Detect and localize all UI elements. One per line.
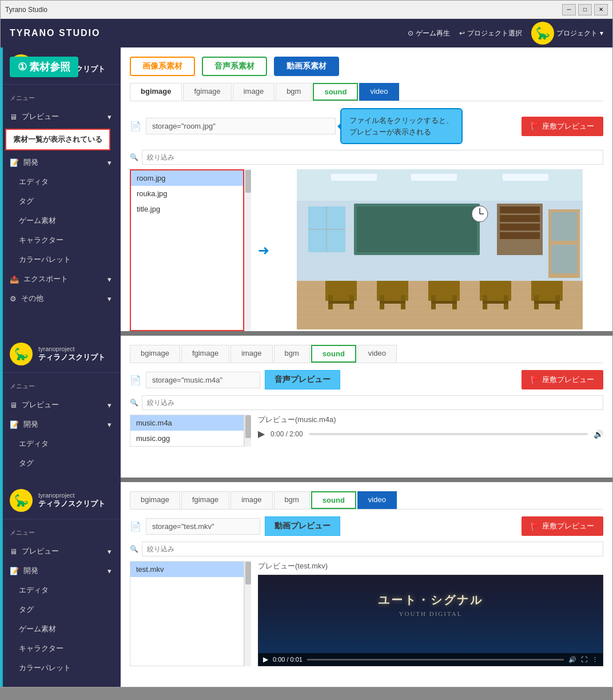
svg-rect-43 [380, 301, 405, 304]
chevron-icon3: ▾ [108, 275, 112, 284]
p3-sub-tab-bgimage[interactable]: bgimage [130, 491, 180, 509]
sidebar3-character[interactable]: キャラクター [1, 639, 121, 658]
chevron-icon: ▾ [108, 113, 112, 121]
project-menu-button[interactable]: 🦕 プロジェクト ▾ [531, 22, 603, 45]
tab-group-audio[interactable]: 音声系素材 [202, 57, 267, 76]
sidebar-item-game-material[interactable]: ゲーム素材 [1, 211, 121, 230]
storage-input-panel2[interactable] [146, 372, 260, 388]
sidebar2-preview[interactable]: 🖥 プレビュー ▾ [1, 395, 121, 415]
sidebar3-dev[interactable]: 📝 開発 ▾ [1, 561, 121, 580]
preview-label: プレビュー [22, 112, 59, 122]
sub-tab-video[interactable]: video [359, 83, 399, 101]
video-fullscreen-button[interactable]: ⛶ [581, 656, 587, 663]
svg-rect-14 [551, 212, 577, 241]
file-item-music-ogg[interactable]: music.ogg [130, 431, 244, 446]
file-list-scrollbar[interactable] [244, 169, 251, 331]
p2-sub-tab-bgm[interactable]: bgm [274, 345, 310, 363]
p3-sub-tab-sound[interactable]: sound [311, 491, 356, 509]
sidebar2-tag[interactable]: タグ [1, 454, 121, 473]
scrollbar-thumb2[interactable] [245, 415, 251, 438]
file-list-scrollbar2[interactable] [244, 415, 251, 447]
sidebar2-dev[interactable]: 📝 開発 ▾ [1, 415, 121, 434]
tab-group-video[interactable]: 動画系素材 [274, 57, 339, 76]
sidebar2-avatar: 🦕 [10, 343, 33, 365]
sidebar-item-dev[interactable]: 📝 開発 ▾ [1, 153, 121, 172]
storage-input-panel3[interactable] [146, 518, 260, 535]
video-preview-label-text: プレビュー(test.mkv) [258, 561, 603, 571]
svg-rect-9 [500, 206, 540, 213]
p2-sub-tab-video[interactable]: video [357, 345, 397, 363]
video-more-button[interactable]: ⋮ [592, 656, 598, 663]
audio-play-button[interactable]: ▶ [258, 428, 265, 439]
chevron-icon2: ▾ [108, 158, 112, 167]
sidebar2-editor[interactable]: エディタ [1, 434, 121, 454]
file-item-music-m4a[interactable]: music.m4a [130, 415, 244, 431]
preview-btn-panel3[interactable]: 🚩 座敷プレビュー [522, 516, 603, 536]
filter-input-panel3[interactable] [142, 542, 603, 556]
storage-row-panel2: 📄 音声プレビュー 🚩 座敷プレビュー [130, 370, 603, 389]
scrollbar-thumb3[interactable] [245, 562, 251, 584]
sidebar3-editor[interactable]: エディタ [1, 580, 121, 600]
step-number: ① [18, 61, 27, 73]
p3-sub-tab-fgimage[interactable]: fgimage [181, 491, 229, 509]
sidebar3-color-palette[interactable]: カラーパレット [1, 658, 121, 678]
p3-sub-tab-bgm[interactable]: bgm [274, 491, 310, 509]
sub-tab-sound[interactable]: sound [313, 83, 358, 101]
sidebar-item-preview[interactable]: 🖥 プレビュー ▾ [1, 107, 121, 126]
p2-sub-tab-fgimage[interactable]: fgimage [181, 345, 229, 363]
sub-tab-bgimage[interactable]: bgimage [130, 83, 182, 101]
filter-input-panel1[interactable] [142, 150, 603, 165]
video-play-button[interactable]: ▶ [263, 655, 268, 663]
p3-sub-tab-video[interactable]: video [357, 491, 397, 509]
panel3-content: bgimage fgimage image bgm sound video 📄 … [121, 482, 612, 687]
sub-tabs-panel3: bgimage fgimage image bgm sound video [130, 491, 603, 510]
minimize-button[interactable]: ─ [562, 4, 576, 15]
svg-rect-3 [411, 174, 457, 181]
video-volume-icon[interactable]: 🔊 [568, 656, 576, 663]
video-player: ユート・シグナル YOUTH DIGITAL ▶ 0:00 / 0:01 🔊 [258, 575, 603, 666]
video-progress-bar[interactable] [307, 659, 564, 661]
preview-btn-panel2[interactable]: 🚩 座敷プレビュー [522, 370, 603, 389]
sidebar-item-other[interactable]: ⚙ その他 ▾ [1, 289, 121, 308]
step-title: 素材参照 [29, 60, 70, 74]
sidebar-item-tag[interactable]: タグ [1, 192, 121, 211]
chevron-icon6: ▾ [108, 420, 112, 429]
dev-icon: 📝 [10, 158, 19, 167]
p2-sub-tab-image[interactable]: image [230, 345, 272, 363]
game-play-button[interactable]: ⊙ ゲーム再生 [408, 29, 450, 38]
file-item-title[interactable]: title.jpg [131, 201, 243, 217]
file-item-room[interactable]: room.jpg [131, 170, 243, 186]
p2-sub-tab-bgimage[interactable]: bgimage [130, 345, 180, 363]
preview-btn-panel1[interactable]: 🚩 座敷プレビュー [522, 117, 603, 136]
sub-tab-image[interactable]: image [233, 83, 274, 101]
maximize-button[interactable]: □ [578, 4, 592, 15]
filter-input-panel2[interactable] [142, 395, 603, 410]
sidebar-item-character[interactable]: キャラクター [1, 230, 121, 250]
sidebar3-game-material[interactable]: ゲーム素材 [1, 619, 121, 639]
p3-sub-tab-image[interactable]: image [230, 491, 272, 509]
svg-rect-45 [483, 301, 508, 304]
sidebar3-tag[interactable]: タグ [1, 600, 121, 619]
file-item-rouka[interactable]: rouka.jpg [131, 186, 243, 201]
sub-tab-fgimage[interactable]: fgimage [183, 83, 231, 101]
file-list-scrollbar3[interactable] [244, 561, 251, 666]
sidebar2: 🦕 tyranoproject ティラノスクリプト メニュー 🖥 プレビュー ▾… [1, 336, 121, 482]
storage-row-panel1: 📄 ファイル名をクリックすると、 プレビューが表示される 🚩 座敷プレビュー [130, 108, 603, 144]
audio-volume-icon[interactable]: 🔊 [594, 429, 603, 439]
classroom-preview [276, 169, 603, 329]
app-window: Tyrano Studio ─ □ ✕ TYRANO STUDIO ⊙ ゲーム再… [0, 0, 613, 687]
file-item-test-mkv[interactable]: test.mkv [130, 562, 244, 577]
storage-input-panel1[interactable] [146, 118, 336, 134]
video-time-display: 0:00 / 0:01 [273, 656, 302, 663]
audio-progress-bar[interactable] [309, 433, 588, 435]
sub-tab-bgm[interactable]: bgm [276, 83, 312, 101]
project-select-button[interactable]: ↩ プロジェクト選択 [459, 29, 522, 38]
sidebar-item-export[interactable]: 📤 エクスポート ▾ [1, 269, 121, 289]
p2-sub-tab-sound[interactable]: sound [311, 345, 356, 363]
sidebar-item-editor[interactable]: エディタ [1, 172, 121, 192]
close-button[interactable]: ✕ [594, 4, 608, 15]
scrollbar-thumb[interactable] [245, 170, 251, 193]
tab-group-image[interactable]: 画像系素材 [130, 57, 195, 76]
sidebar-item-color-palette[interactable]: カラーパレット [1, 250, 121, 269]
sidebar3-preview[interactable]: 🖥 プレビュー ▾ [1, 542, 121, 561]
